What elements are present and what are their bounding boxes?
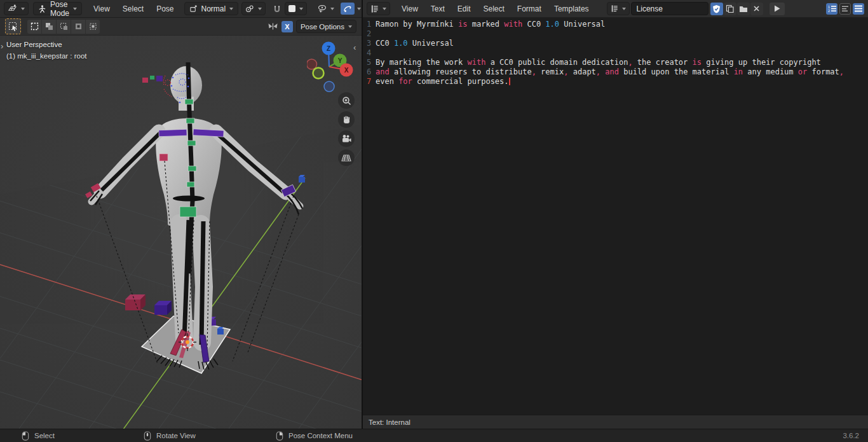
blender-version: 3.6.2 xyxy=(843,429,859,442)
code-text[interactable]: CC0 1.0 Universal xyxy=(376,39,454,48)
svg-text:2: 2 xyxy=(828,9,830,13)
viewport-header: Pose Mode View Select Pose Normal xyxy=(0,0,362,18)
code-line[interactable]: 7even for commercial purposes. xyxy=(363,77,868,86)
line-number: 4 xyxy=(363,48,376,58)
statusbar-lmb-hint: Select xyxy=(22,429,55,442)
code-line[interactable]: 6and allowing reusers to distribute, rem… xyxy=(363,67,868,77)
orthographic-toggle-button[interactable] xyxy=(338,149,355,166)
toolbar-expand-arrow[interactable]: › xyxy=(1,42,3,50)
text-name-field[interactable]: License xyxy=(631,2,709,15)
code-line[interactable]: 2 xyxy=(363,29,868,39)
menu-pose[interactable]: Pose xyxy=(150,4,180,13)
text-datablock-dropdown[interactable] xyxy=(607,2,630,15)
mode-selector[interactable]: Pose Mode xyxy=(33,2,82,15)
show-overlays-toggle[interactable] xyxy=(341,3,355,15)
menu-select[interactable]: Select xyxy=(116,4,150,13)
text-cursor xyxy=(509,78,510,85)
viewport-menubar: View Select Pose xyxy=(87,4,180,13)
menu-view[interactable]: View xyxy=(87,4,116,13)
pose-options-group: X Pose Options xyxy=(268,20,356,33)
gizmo-dropdown[interactable] xyxy=(313,2,338,15)
code-text[interactable]: By marking the work with a CC0 public do… xyxy=(376,58,821,67)
menu-edit[interactable]: Edit xyxy=(451,4,477,13)
folder-icon xyxy=(739,5,748,13)
chevron-down-icon xyxy=(73,8,77,10)
close-x-icon xyxy=(753,5,760,12)
snap-toggle[interactable] xyxy=(271,3,283,15)
editor-type-dropdown[interactable] xyxy=(4,2,29,15)
3d-viewport-editor-icon xyxy=(8,4,17,13)
snap-increment-icon xyxy=(288,5,295,12)
fake-user-shield-toggle[interactable] xyxy=(710,3,723,15)
menu-select[interactable]: Select xyxy=(477,4,511,13)
code-line[interactable]: 1Ramon by Myrmínki is marked with CC0 1.… xyxy=(363,20,868,29)
chevron-down-icon xyxy=(357,8,361,10)
pivot-point-dropdown[interactable] xyxy=(241,2,266,15)
select-mode-subtract[interactable] xyxy=(57,20,71,34)
pose-options-dropdown[interactable]: Pose Options xyxy=(296,20,356,33)
run-script-button[interactable] xyxy=(770,3,785,15)
viewport-scene[interactable] xyxy=(0,36,362,429)
text-editor-icon xyxy=(370,4,379,13)
line-number: 5 xyxy=(363,58,376,67)
line-number: 7 xyxy=(363,77,376,86)
navigation-gizmo[interactable]: Z Y X xyxy=(307,39,359,94)
code-line[interactable]: 4 xyxy=(363,48,868,58)
line-number: 2 xyxy=(363,29,376,39)
chevron-down-icon xyxy=(21,8,25,10)
text-editor: View Text Edit Select Format Templates L… xyxy=(363,0,868,429)
text-editor-header: View Text Edit Select Format Templates L… xyxy=(363,0,868,18)
orientation-label: Normal xyxy=(201,4,226,13)
shield-check-icon xyxy=(712,4,721,13)
select-mode-extend[interactable] xyxy=(42,20,56,34)
menu-format[interactable]: Format xyxy=(511,4,548,13)
tool-settings-row: X Pose Options xyxy=(0,18,362,36)
menu-templates[interactable]: Templates xyxy=(548,4,595,13)
menu-view[interactable]: View xyxy=(395,4,424,13)
chevron-down-icon xyxy=(348,25,352,28)
text-name-value: License xyxy=(637,4,663,13)
gizmo-minus-y-ball xyxy=(313,68,324,79)
statusbar-mmb-label: Rotate View xyxy=(156,432,196,439)
transform-orientation-dropdown[interactable]: Normal xyxy=(184,2,239,15)
unlink-text-button[interactable] xyxy=(750,3,763,15)
syntax-highlight-toggle[interactable] xyxy=(853,3,864,15)
statusbar-rmb-label: Pose Context Menu xyxy=(288,432,353,439)
mouse-left-icon xyxy=(22,431,29,441)
zoom-button[interactable] xyxy=(338,92,355,109)
camera-view-button[interactable] xyxy=(338,130,355,147)
code-text[interactable]: and allowing reusers to distribute, remi… xyxy=(376,67,844,77)
3d-viewport-editor: Pose Mode View Select Pose Normal xyxy=(0,0,362,429)
orientation-normal-icon xyxy=(189,4,198,13)
word-wrap-toggle[interactable] xyxy=(839,3,851,15)
new-text-button[interactable] xyxy=(724,3,736,15)
select-mode-invert[interactable] xyxy=(71,20,85,34)
statusbar-lmb-label: Select xyxy=(34,432,55,439)
mode-label: Pose Mode xyxy=(50,0,69,18)
pan-hand-button[interactable] xyxy=(338,111,355,128)
snap-settings-dropdown[interactable] xyxy=(285,2,307,15)
mouse-right-icon xyxy=(276,431,283,441)
code-line[interactable]: 5By marking the work with a CC0 public d… xyxy=(363,58,868,67)
text-editor-menubar: View Text Edit Select Format Templates xyxy=(395,4,595,13)
text-source-label: Text: Internal xyxy=(369,418,410,426)
active-tool-select-box[interactable] xyxy=(5,18,21,34)
editor-type-dropdown-text[interactable] xyxy=(367,2,390,15)
chevron-down-icon xyxy=(299,8,303,10)
line-numbers-toggle[interactable]: 12 xyxy=(826,3,837,15)
open-text-button[interactable] xyxy=(737,3,750,15)
code-text[interactable]: even for commercial purposes. xyxy=(376,77,510,86)
select-mode-intersect[interactable] xyxy=(86,20,100,34)
menu-text[interactable]: Text xyxy=(424,4,451,13)
show-gizmo-icon xyxy=(317,4,327,13)
select-mode-new[interactable] xyxy=(27,20,41,34)
pose-mirror-x-toggle[interactable]: X xyxy=(281,21,293,32)
pivot-point-icon xyxy=(245,4,254,13)
chevron-down-icon xyxy=(383,8,386,10)
gizmo-z-label: Z xyxy=(327,45,330,52)
code-text[interactable]: Ramon by Myrmínki is marked with CC0 1.0… xyxy=(376,20,605,29)
select-box-tool-icon xyxy=(8,22,18,32)
code-area[interactable]: 1Ramon by Myrmínki is marked with CC0 1.… xyxy=(363,18,868,415)
code-line[interactable]: 3CC0 1.0 Universal xyxy=(363,39,868,48)
gizmo-x-label: X xyxy=(344,67,349,74)
